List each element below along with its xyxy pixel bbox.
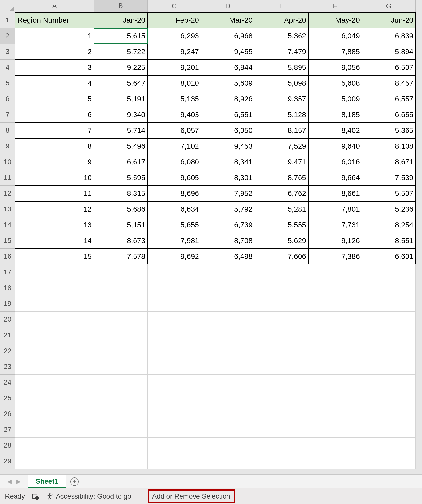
data-cell[interactable]: 9,247: [148, 44, 201, 60]
empty-cell[interactable]: [94, 438, 148, 453]
data-cell[interactable]: 4: [15, 75, 94, 91]
empty-cell[interactable]: [362, 375, 416, 390]
row-header-24[interactable]: 24: [0, 375, 15, 390]
empty-cell[interactable]: [255, 327, 308, 343]
empty-cell[interactable]: [15, 312, 94, 327]
data-cell[interactable]: 6,016: [308, 154, 362, 170]
row-header-1[interactable]: 1: [0, 12, 15, 28]
empty-cell[interactable]: [15, 406, 94, 422]
data-cell[interactable]: 9,201: [148, 60, 201, 75]
empty-cell[interactable]: [362, 453, 416, 469]
data-cell[interactable]: 8,671: [362, 154, 416, 170]
empty-cell[interactable]: [201, 375, 255, 390]
row-header-27[interactable]: 27: [0, 422, 15, 438]
row-header-17[interactable]: 17: [0, 264, 15, 280]
empty-cell[interactable]: [15, 375, 94, 390]
empty-cell[interactable]: [15, 264, 94, 280]
empty-cell[interactable]: [308, 327, 362, 343]
fill-handle[interactable]: [146, 42, 148, 44]
empty-cell[interactable]: [362, 343, 416, 359]
data-cell[interactable]: 5,009: [308, 91, 362, 107]
data-cell[interactable]: 8,315: [94, 186, 148, 201]
row-header-5[interactable]: 5: [0, 75, 15, 91]
data-cell[interactable]: 6,844: [201, 60, 255, 75]
row-header-3[interactable]: 3: [0, 44, 15, 60]
row-header-12[interactable]: 12: [0, 186, 15, 201]
empty-cell[interactable]: [201, 296, 255, 312]
empty-cell[interactable]: [255, 453, 308, 469]
empty-cell[interactable]: [362, 280, 416, 296]
empty-cell[interactable]: [308, 359, 362, 375]
empty-cell[interactable]: [94, 359, 148, 375]
data-cell[interactable]: 8,010: [148, 75, 201, 91]
empty-cell[interactable]: [308, 375, 362, 390]
column-header-C[interactable]: C: [148, 0, 201, 12]
data-cell[interactable]: 7,801: [308, 201, 362, 217]
spreadsheet-grid[interactable]: ABCDEFG1Region NumberJan-20Feb-20Mar-20A…: [0, 0, 416, 469]
row-header-23[interactable]: 23: [0, 359, 15, 375]
empty-cell[interactable]: [255, 390, 308, 406]
row-header-6[interactable]: 6: [0, 91, 15, 107]
data-cell[interactable]: 6,839: [362, 28, 416, 44]
empty-cell[interactable]: [94, 296, 148, 312]
row-header-9[interactable]: 9: [0, 138, 15, 154]
data-cell[interactable]: 15: [15, 249, 94, 264]
column-header-B[interactable]: B: [94, 0, 148, 12]
data-cell[interactable]: 8,457: [362, 75, 416, 91]
empty-cell[interactable]: [148, 406, 201, 422]
empty-cell[interactable]: [362, 390, 416, 406]
empty-cell[interactable]: [308, 422, 362, 438]
empty-cell[interactable]: [94, 406, 148, 422]
empty-cell[interactable]: [201, 264, 255, 280]
empty-cell[interactable]: [148, 343, 201, 359]
data-cell[interactable]: 8,926: [201, 91, 255, 107]
data-cell[interactable]: 9,056: [308, 60, 362, 75]
data-cell[interactable]: 5,098: [255, 75, 308, 91]
empty-cell[interactable]: [201, 359, 255, 375]
empty-cell[interactable]: [94, 422, 148, 438]
data-cell[interactable]: 5,686: [94, 201, 148, 217]
data-cell[interactable]: 5,792: [201, 201, 255, 217]
data-cell[interactable]: 9,605: [148, 170, 201, 186]
data-cell[interactable]: 6,739: [201, 217, 255, 233]
empty-cell[interactable]: [255, 406, 308, 422]
data-cell[interactable]: 8,696: [148, 186, 201, 201]
data-cell[interactable]: 6: [15, 107, 94, 123]
data-cell[interactable]: 6,293: [148, 28, 201, 44]
data-cell[interactable]: 8,402: [308, 123, 362, 138]
column-header-D[interactable]: D: [201, 0, 255, 12]
data-cell[interactable]: 6,655: [362, 107, 416, 123]
data-cell[interactable]: 11: [15, 186, 94, 201]
data-cell[interactable]: 2: [15, 44, 94, 60]
empty-cell[interactable]: [15, 296, 94, 312]
empty-cell[interactable]: [15, 438, 94, 453]
column-header-G[interactable]: G: [362, 0, 416, 12]
data-cell[interactable]: 8,301: [201, 170, 255, 186]
row-header-16[interactable]: 16: [0, 249, 15, 264]
empty-cell[interactable]: [148, 327, 201, 343]
data-cell[interactable]: 9,403: [148, 107, 201, 123]
empty-cell[interactable]: [362, 422, 416, 438]
empty-cell[interactable]: [148, 264, 201, 280]
empty-cell[interactable]: [308, 390, 362, 406]
column-header-E[interactable]: E: [255, 0, 308, 12]
data-cell[interactable]: 5,496: [94, 138, 148, 154]
row-header-13[interactable]: 13: [0, 201, 15, 217]
empty-cell[interactable]: [362, 406, 416, 422]
row-header-10[interactable]: 10: [0, 154, 15, 170]
empty-cell[interactable]: [15, 343, 94, 359]
empty-cell[interactable]: [94, 453, 148, 469]
row-header-8[interactable]: 8: [0, 123, 15, 138]
data-cell[interactable]: 9,340: [94, 107, 148, 123]
empty-cell[interactable]: [201, 406, 255, 422]
empty-cell[interactable]: [15, 390, 94, 406]
data-cell[interactable]: 8,341: [201, 154, 255, 170]
empty-cell[interactable]: [148, 453, 201, 469]
empty-cell[interactable]: [148, 312, 201, 327]
empty-cell[interactable]: [255, 264, 308, 280]
data-cell[interactable]: 9,455: [201, 44, 255, 60]
table-header-cell[interactable]: Feb-20: [148, 12, 201, 28]
table-header-cell[interactable]: Jan-20: [94, 12, 148, 28]
data-cell[interactable]: 5,714: [94, 123, 148, 138]
data-cell[interactable]: 3: [15, 60, 94, 75]
